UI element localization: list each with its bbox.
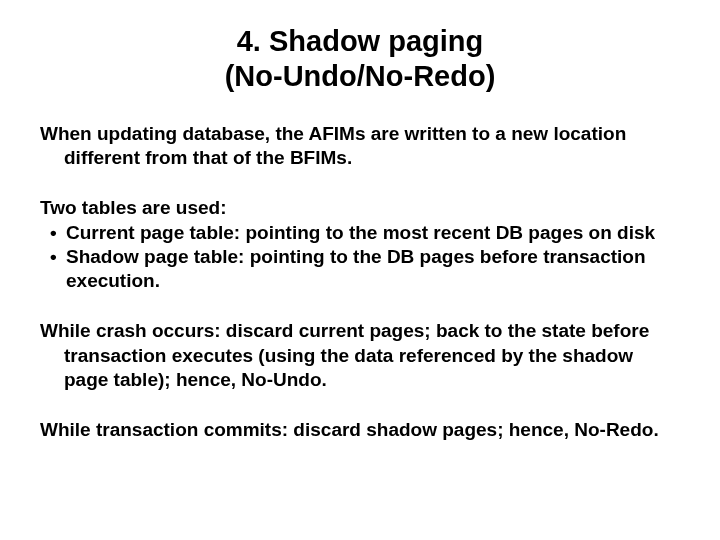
paragraph-intro: When updating database, the AFIMs are wr… (40, 122, 680, 171)
list-item: Current page table: pointing to the most… (50, 221, 680, 245)
p2-line1: While crash occurs: discard current page… (40, 320, 649, 341)
paragraph-commit: While transaction commits: discard shado… (40, 418, 680, 442)
bullet-current-page-table: Current page table: pointing to the most… (66, 222, 655, 243)
tables-lead: Two tables are used: (40, 196, 680, 220)
p1-line1: When updating database, the AFIMs are wr… (40, 123, 626, 144)
list-item: Shadow page table: pointing to the DB pa… (50, 245, 680, 294)
slide: 4. Shadow paging (No-Undo/No-Redo) When … (0, 0, 720, 540)
bullet-shadow-page-table-line2: execution. (66, 269, 680, 293)
p2-line2: transaction executes (using the data ref… (40, 345, 633, 366)
title-line-1: 4. Shadow paging (237, 25, 484, 57)
p3-line1: While transaction commits: discard shado… (40, 419, 659, 440)
bullet-shadow-page-table-line1: Shadow page table: pointing to the DB pa… (66, 246, 646, 267)
title-line-2: (No-Undo/No-Redo) (225, 60, 496, 92)
paragraph-crash: While crash occurs: discard current page… (40, 319, 680, 392)
slide-title: 4. Shadow paging (No-Undo/No-Redo) (40, 24, 680, 94)
tables-block: Two tables are used: Current page table:… (40, 196, 680, 293)
p1-line2: different from that of the BFIMs. (40, 147, 352, 168)
p2-line3: page table); hence, No-Undo. (40, 369, 327, 390)
tables-bullets: Current page table: pointing to the most… (40, 221, 680, 294)
